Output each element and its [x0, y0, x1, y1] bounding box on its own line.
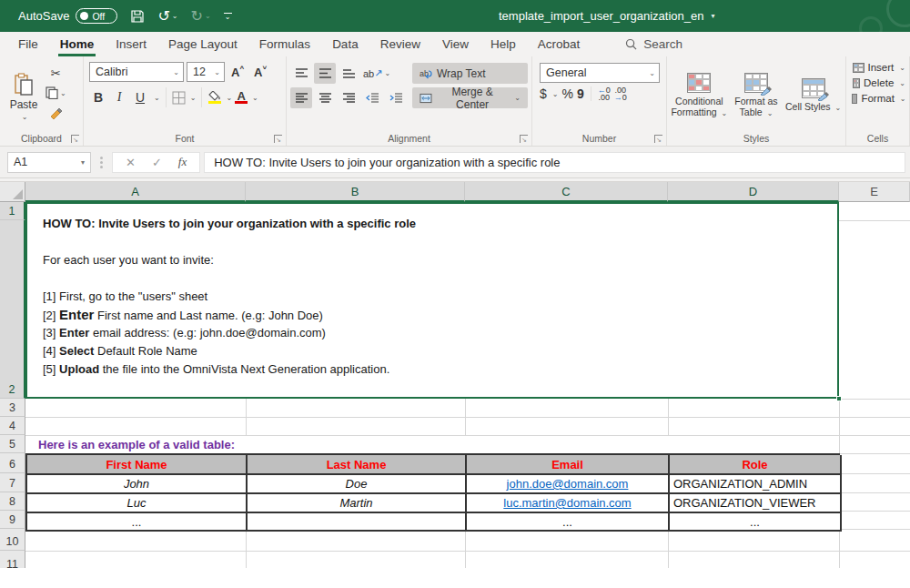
- orientation-dropdown-icon[interactable]: ⌄: [384, 69, 390, 77]
- decrease-decimal-button[interactable]: .00→0: [614, 86, 627, 101]
- column-header-D[interactable]: D: [668, 182, 839, 202]
- alignment-dialog-launcher[interactable]: ↘: [520, 135, 528, 143]
- wrap-text-button[interactable]: ab Wrap Text: [412, 63, 528, 84]
- autosave-switch[interactable]: Off: [76, 8, 117, 24]
- font-name-combo[interactable]: Calibri ⌄: [89, 62, 184, 82]
- format-as-table-button[interactable]: Format as Table ⌄: [728, 62, 784, 129]
- font-color-dropdown-icon[interactable]: ⌄: [252, 94, 258, 102]
- font-dialog-launcher[interactable]: ↘: [274, 135, 282, 143]
- underline-dropdown-icon[interactable]: ⌄: [154, 94, 160, 102]
- cell-styles-button[interactable]: Cell Styles ⌄: [785, 62, 842, 129]
- name-box-dropdown-icon[interactable]: ▾: [81, 158, 85, 167]
- cell-role-3[interactable]: ...: [670, 513, 842, 532]
- copy-button[interactable]: ⌄: [46, 86, 66, 100]
- borders-dropdown-icon[interactable]: ⌄: [190, 94, 197, 102]
- menu-tab-review[interactable]: Review: [369, 32, 431, 56]
- merge-center-button[interactable]: Merge & Center ⌄: [412, 87, 528, 108]
- menu-tab-home[interactable]: Home: [49, 32, 106, 56]
- merge-center-dropdown-icon[interactable]: ⌄: [514, 94, 521, 102]
- cell-role-2[interactable]: ORGANIZATION_VIEWER: [670, 494, 842, 513]
- menu-tab-formulas[interactable]: Formulas: [248, 32, 321, 56]
- number-format-combo[interactable]: General ⌄: [540, 63, 660, 83]
- row-header-2[interactable]: 2: [0, 220, 25, 399]
- delete-dropdown-icon[interactable]: ⌄: [899, 79, 905, 87]
- cell-email-2[interactable]: luc.martin@domain.com: [467, 494, 670, 513]
- cell-email-1[interactable]: john.doe@domain.com: [467, 475, 670, 494]
- conditional-formatting-button[interactable]: Conditional Formatting ⌄: [671, 62, 727, 129]
- decrease-font-button[interactable]: A˅: [250, 64, 270, 81]
- title-dropdown-icon[interactable]: ▾: [711, 12, 714, 20]
- cell-last-name-3[interactable]: [248, 513, 467, 532]
- align-right-button[interactable]: [338, 87, 359, 108]
- cancel-icon[interactable]: ✕: [126, 156, 136, 169]
- cell-last-name-1[interactable]: Doe: [248, 475, 467, 494]
- borders-button[interactable]: [172, 91, 186, 105]
- customize-qat-button[interactable]: ⌄: [224, 13, 232, 20]
- paste-dropdown-icon[interactable]: ⌄: [22, 113, 28, 121]
- align-top-button[interactable]: [290, 63, 312, 84]
- search-box[interactable]: Search: [625, 32, 682, 56]
- underline-button[interactable]: U: [131, 87, 149, 107]
- menu-tab-acrobat[interactable]: Acrobat: [527, 32, 592, 56]
- decrease-indent-button[interactable]: [361, 87, 383, 108]
- column-header-A[interactable]: A: [25, 182, 246, 202]
- column-header-C[interactable]: C: [465, 182, 668, 202]
- font-color-button[interactable]: A: [235, 91, 248, 105]
- increase-decimal-button[interactable]: ←0.00: [598, 86, 611, 101]
- orientation-button[interactable]: ab ↗ ⌄: [361, 63, 392, 84]
- format-cells-button[interactable]: Format ⌄: [853, 93, 905, 104]
- enter-icon[interactable]: ✓: [152, 156, 162, 169]
- merged-instruction-cell[interactable]: HOW TO: Invite Users to join your organi…: [25, 202, 839, 399]
- font-size-combo[interactable]: 12 ⌄: [187, 62, 225, 82]
- formula-bar-handle[interactable]: [100, 157, 103, 168]
- insert-function-icon[interactable]: fx: [178, 155, 187, 169]
- cell-first-name-2[interactable]: Luc: [27, 494, 248, 513]
- name-box[interactable]: A1 ▾: [7, 152, 91, 173]
- undo-button[interactable]: ↺ ⌄: [157, 9, 177, 24]
- align-left-button[interactable]: [290, 87, 312, 108]
- increase-indent-button[interactable]: [385, 87, 407, 108]
- row-header-3[interactable]: 3: [0, 399, 25, 417]
- row-header-5[interactable]: 5: [0, 435, 25, 453]
- undo-dropdown-icon[interactable]: ⌄: [172, 13, 178, 20]
- selection-fill-handle[interactable]: [836, 396, 842, 401]
- fill-color-button[interactable]: [207, 91, 221, 105]
- formula-input[interactable]: HOW TO: Invite Users to join your organi…: [204, 152, 905, 173]
- bold-button[interactable]: B: [89, 87, 107, 107]
- cell-area[interactable]: HOW TO: Invite Users to join your organi…: [25, 202, 910, 568]
- cell-email-3[interactable]: ...: [467, 513, 670, 532]
- accounting-format-button[interactable]: $: [540, 86, 547, 101]
- menu-tab-data[interactable]: Data: [321, 32, 369, 56]
- menu-tab-view[interactable]: View: [431, 32, 480, 56]
- row-header-9[interactable]: 9: [0, 511, 25, 529]
- align-center-button[interactable]: [314, 87, 336, 108]
- align-middle-button[interactable]: [314, 63, 336, 84]
- menu-tab-file[interactable]: File: [7, 32, 49, 56]
- accounting-dropdown-icon[interactable]: ⌄: [552, 90, 559, 98]
- row-header-8[interactable]: 8: [0, 492, 25, 511]
- cell-first-name-1[interactable]: John: [27, 475, 248, 494]
- format-painter-button[interactable]: [46, 106, 66, 120]
- column-header-B[interactable]: B: [246, 182, 465, 202]
- cell-last-name-2[interactable]: Martin: [248, 494, 467, 513]
- row-header-10[interactable]: 10: [0, 529, 25, 551]
- insert-dropdown-icon[interactable]: ⌄: [899, 64, 905, 72]
- font-name-dropdown-icon[interactable]: ⌄: [173, 68, 179, 76]
- cell-first-name-3[interactable]: ...: [27, 513, 248, 532]
- row-header-7[interactable]: 7: [0, 473, 25, 492]
- copy-dropdown-icon[interactable]: ⌄: [60, 89, 66, 97]
- autosave-toggle[interactable]: AutoSave Off: [18, 8, 117, 24]
- row-header-6[interactable]: 6: [0, 453, 25, 473]
- document-title[interactable]: template_import_user_organization_en ▾: [499, 0, 715, 32]
- format-dropdown-icon[interactable]: ⌄: [900, 95, 906, 103]
- menu-tab-page-layout[interactable]: Page Layout: [157, 32, 248, 56]
- number-format-dropdown-icon[interactable]: ⌄: [649, 69, 655, 77]
- select-all-corner[interactable]: [0, 182, 25, 202]
- table-header-role[interactable]: Role: [670, 455, 842, 475]
- fill-color-dropdown-icon[interactable]: ⌄: [226, 94, 232, 102]
- redo-dropdown-icon[interactable]: ⌄: [205, 13, 211, 20]
- table-header-last-name[interactable]: Last Name: [248, 455, 467, 475]
- row-header-11[interactable]: 11: [0, 551, 25, 568]
- row-header-1[interactable]: 1: [0, 202, 25, 220]
- save-button[interactable]: [130, 9, 145, 24]
